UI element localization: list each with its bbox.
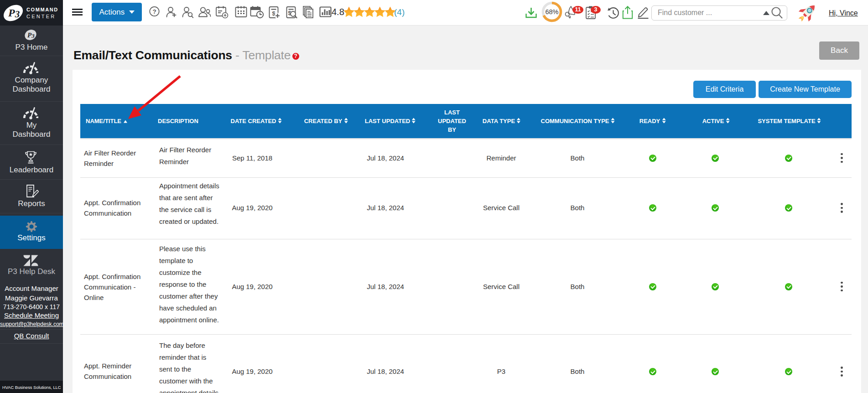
svg-text:P3: P3 bbox=[27, 31, 35, 39]
svg-text:68%: 68% bbox=[545, 8, 558, 16]
svg-text:?: ? bbox=[152, 8, 156, 15]
